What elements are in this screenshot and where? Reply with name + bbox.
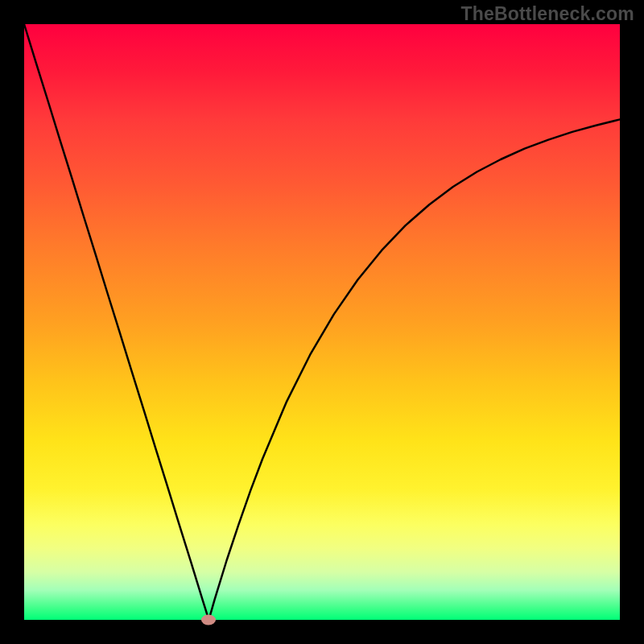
bottleneck-curve [24, 24, 620, 620]
chart-frame: TheBottleneck.com [0, 0, 644, 644]
curve-path [24, 24, 620, 620]
plot-area [24, 24, 620, 620]
watermark-text: TheBottleneck.com [460, 3, 634, 25]
minimum-dot [201, 615, 216, 625]
